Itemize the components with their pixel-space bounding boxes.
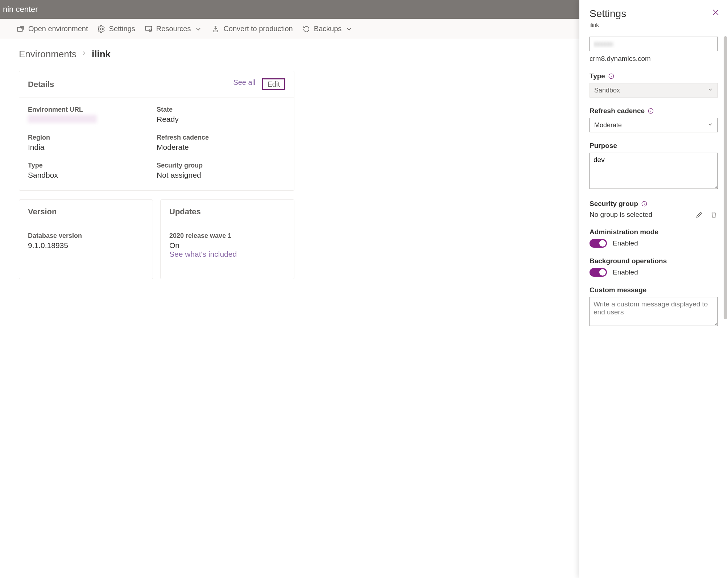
settings-label: Settings [109, 25, 135, 33]
region-value: India [28, 143, 157, 152]
security-group-value: Not assigned [157, 171, 285, 179]
release-wave-label: 2020 release wave 1 [169, 232, 285, 240]
open-environment-icon [17, 25, 25, 33]
panel-scrollbar[interactable] [723, 0, 728, 578]
state-value: Ready [157, 115, 285, 124]
type-label: Type [28, 162, 157, 169]
bg-ops-toggle[interactable] [590, 268, 607, 277]
bg-ops-value: Enabled [613, 268, 638, 276]
convert-to-production-button[interactable]: Convert to production [212, 25, 293, 33]
backups-button[interactable]: Backups [302, 25, 353, 33]
svg-point-1 [100, 28, 103, 30]
breadcrumb-current: ilink [92, 49, 111, 60]
region-label: Region [28, 134, 157, 141]
gear-icon [98, 25, 106, 33]
custom-message-label: Custom message [590, 286, 646, 294]
edit-icon[interactable] [695, 211, 703, 219]
chevron-down-icon [345, 25, 353, 33]
env-url-label: Environment URL [28, 106, 157, 113]
backups-label: Backups [314, 25, 342, 33]
admin-mode-toggle[interactable] [590, 239, 607, 248]
close-icon[interactable] [711, 8, 720, 17]
open-environment-label: Open environment [28, 25, 88, 33]
type-value: Sandbox [28, 171, 157, 179]
see-whats-included-link[interactable]: See what's included [169, 250, 285, 259]
security-group-field-label: Security group [590, 200, 638, 208]
bg-ops-label: Background operations [590, 257, 667, 265]
details-card-title: Details [28, 80, 54, 89]
resources-icon [145, 25, 153, 33]
purpose-textarea[interactable] [590, 153, 718, 189]
custom-message-textarea[interactable] [590, 297, 718, 326]
chevron-down-icon [707, 121, 713, 129]
env-url-value [28, 115, 97, 123]
refresh-field-label: Refresh cadence [590, 107, 645, 115]
panel-subtitle: ilink [590, 22, 718, 28]
type-select-value: Sandbox [594, 87, 620, 94]
release-wave-value: On [169, 241, 285, 250]
chevron-down-icon [194, 25, 202, 33]
url-suffix: crm8.dynamics.com [590, 55, 718, 63]
resources-button[interactable]: Resources [145, 25, 203, 33]
convert-icon [212, 25, 220, 33]
security-group-label: Security group [157, 162, 285, 169]
backups-icon [302, 25, 310, 33]
chevron-down-icon [707, 87, 713, 94]
convert-label: Convert to production [223, 25, 293, 33]
settings-panel: Settings ilink crm8.dynamics.com Type Sa… [579, 0, 728, 578]
see-all-link[interactable]: See all [233, 78, 255, 90]
state-label: State [157, 106, 285, 113]
refresh-value: Moderate [157, 143, 285, 152]
admin-mode-label: Administration mode [590, 228, 658, 236]
db-version-value: 9.1.0.18935 [28, 241, 144, 250]
svg-rect-4 [214, 30, 218, 32]
security-group-field-value: No group is selected [590, 211, 652, 219]
app-title: nin center [3, 5, 38, 14]
updates-card-title: Updates [169, 207, 201, 216]
delete-icon[interactable] [710, 211, 718, 219]
panel-title: Settings [590, 8, 718, 20]
details-card: Details See all Edit Environment URL Sta… [19, 71, 294, 191]
open-environment-button[interactable]: Open environment [17, 25, 88, 33]
purpose-field-label: Purpose [590, 142, 617, 150]
type-select: Sandbox [590, 83, 718, 98]
breadcrumb-root[interactable]: Environments [19, 49, 76, 60]
refresh-select[interactable]: Moderate [590, 118, 718, 132]
url-prefix-input[interactable] [590, 37, 718, 51]
refresh-label: Refresh cadence [157, 134, 285, 141]
updates-card: Updates 2020 release wave 1 On See what'… [160, 199, 294, 279]
resources-label: Resources [156, 25, 191, 33]
type-field-label: Type [590, 72, 605, 80]
info-icon[interactable] [608, 73, 615, 79]
version-card-title: Version [28, 207, 57, 216]
chevron-right-icon [81, 50, 87, 58]
admin-mode-value: Enabled [613, 239, 638, 247]
info-icon[interactable] [641, 201, 648, 207]
version-card: Version Database version 9.1.0.18935 [19, 199, 153, 279]
info-icon[interactable] [648, 108, 654, 114]
refresh-select-value: Moderate [594, 121, 622, 129]
settings-button[interactable]: Settings [98, 25, 135, 33]
edit-button[interactable]: Edit [262, 78, 285, 90]
svg-rect-2 [146, 26, 152, 30]
db-version-label: Database version [28, 232, 144, 240]
